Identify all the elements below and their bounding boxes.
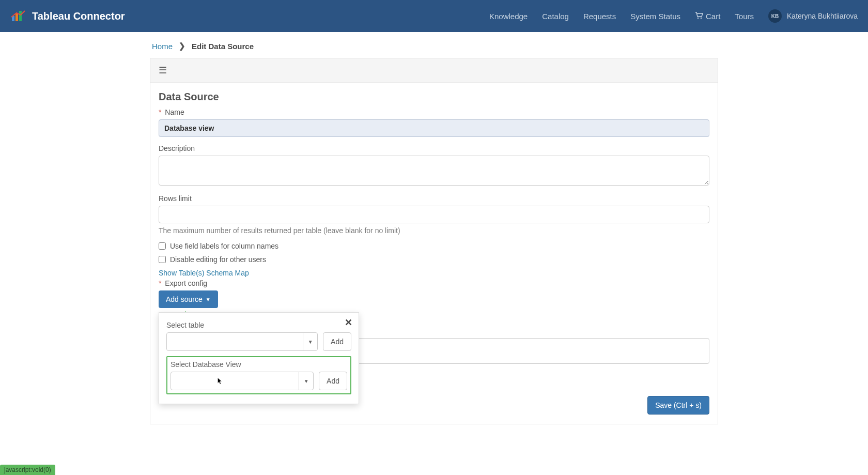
svg-rect-1	[16, 13, 18, 21]
add-table-button[interactable]: Add	[323, 332, 351, 351]
select-dbview-row: ▼ Add	[171, 372, 347, 390]
cart-label: Cart	[706, 12, 720, 21]
description-label: Description	[159, 144, 709, 152]
select-dbview-highlight: Select Database View ▼	[166, 356, 351, 394]
add-source-section: Add source ▼ ✕ Select table ▼ Add	[159, 290, 709, 364]
add-source-label: Add source	[166, 295, 203, 303]
menu-icon[interactable]: ☰	[159, 65, 167, 75]
use-field-labels-text: Use field labels for column names	[170, 242, 278, 250]
nav-system-status[interactable]: System Status	[630, 12, 680, 21]
select-table-input[interactable]	[167, 333, 303, 350]
content-wrapper: Home ❯ Edit Data Source ☰ Data Source * …	[150, 32, 718, 445]
user-name: Kateryna Bukhtiiarova	[787, 12, 858, 20]
name-group: * Name	[159, 108, 709, 137]
chevron-right-icon: ❯	[179, 41, 185, 51]
required-star-icon: *	[159, 279, 161, 287]
select-table-row: ▼ Add	[166, 332, 351, 351]
navbar-left: Tableau Connector	[10, 10, 125, 22]
panel: ☰ Data Source * Name Description Rows li…	[150, 58, 718, 424]
select-dbview-input[interactable]	[171, 372, 299, 390]
rows-limit-group: Rows limit The maximum number of results…	[159, 194, 709, 235]
schema-map-link[interactable]: Show Table(s) Schema Map	[159, 269, 709, 277]
rows-limit-label: Rows limit	[159, 194, 709, 203]
nav-catalog[interactable]: Catalog	[542, 12, 569, 21]
disable-editing-row: Disable editing for other users	[159, 255, 709, 264]
select-table-label: Select table	[166, 321, 351, 329]
select-table-dropdown-button[interactable]: ▼	[303, 333, 317, 350]
svg-rect-2	[19, 11, 22, 21]
name-label-text: Name	[165, 108, 184, 116]
breadcrumb: Home ❯ Edit Data Source	[150, 41, 718, 51]
use-field-labels-row: Use field labels for column names	[159, 242, 709, 250]
cart-icon	[695, 12, 703, 21]
nav-requests[interactable]: Requests	[583, 12, 616, 21]
avatar: KB	[768, 9, 782, 23]
panel-title: Data Source	[159, 91, 709, 103]
close-icon[interactable]: ✕	[345, 317, 352, 328]
caret-down-icon: ▼	[206, 297, 211, 302]
name-input[interactable]	[159, 119, 709, 137]
add-source-popover: ✕ Select table ▼ Add Select Database Vie…	[159, 312, 359, 404]
rows-limit-help: The maximum number of results returned p…	[159, 226, 709, 235]
description-input[interactable]	[159, 156, 709, 186]
select-dbview-combo[interactable]: ▼	[171, 372, 314, 390]
breadcrumb-current: Edit Data Source	[192, 42, 254, 51]
navbar-right: Knowledge Catalog Requests System Status…	[489, 9, 858, 23]
nav-tours[interactable]: Tours	[735, 12, 754, 21]
panel-toolbar: ☰	[150, 58, 718, 83]
logo-icon	[10, 10, 26, 22]
disable-editing-checkbox[interactable]	[159, 256, 166, 263]
svg-point-3	[698, 17, 699, 19]
export-config-label: Export config	[165, 279, 207, 287]
disable-editing-text: Disable editing for other users	[170, 255, 266, 264]
add-dbview-button[interactable]: Add	[319, 372, 347, 390]
use-field-labels-checkbox[interactable]	[159, 242, 166, 250]
nav-cart[interactable]: Cart	[695, 12, 720, 21]
brand-title: Tableau Connector	[32, 10, 125, 22]
nav-knowledge[interactable]: Knowledge	[489, 12, 528, 21]
add-source-button[interactable]: Add source ▼	[159, 290, 218, 308]
select-dbview-label: Select Database View	[171, 360, 347, 369]
required-star-icon: *	[159, 108, 161, 116]
export-config-label-row: * Export config	[159, 279, 709, 287]
svg-point-4	[701, 17, 702, 19]
select-dbview-dropdown-button[interactable]: ▼	[299, 372, 313, 390]
user-section[interactable]: KB Kateryna Bukhtiiarova	[768, 9, 858, 23]
save-button[interactable]: Save (Ctrl + s)	[647, 396, 709, 415]
navbar: Tableau Connector Knowledge Catalog Requ…	[0, 0, 868, 32]
panel-body: Data Source * Name Description Rows limi…	[150, 83, 718, 396]
breadcrumb-home[interactable]: Home	[152, 42, 173, 51]
description-group: Description	[159, 144, 709, 187]
rows-limit-input[interactable]	[159, 206, 709, 223]
select-table-combo[interactable]: ▼	[166, 332, 318, 351]
name-label: * Name	[159, 108, 709, 116]
